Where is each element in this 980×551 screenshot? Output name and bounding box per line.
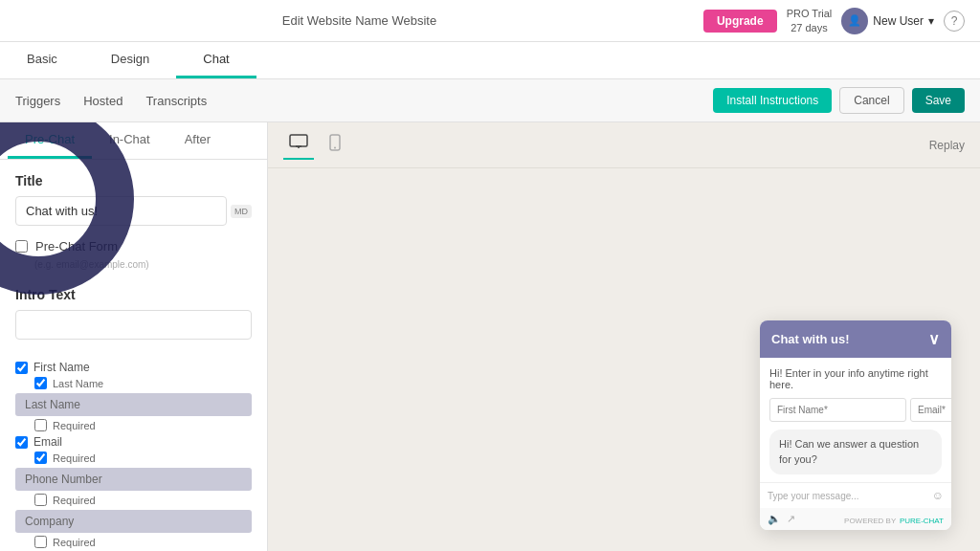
message-input-placeholder[interactable]: Type your message... [768, 491, 932, 501]
svg-rect-0 [290, 135, 307, 146]
last-name-required-checkbox[interactable] [34, 419, 47, 431]
tab-design[interactable]: Design [84, 42, 176, 78]
external-link-icon[interactable]: ↗ [787, 513, 795, 525]
preview-toolbar: Replay [268, 122, 980, 168]
volume-icon[interactable]: 🔈 [768, 513, 781, 525]
email-chat-input[interactable] [910, 398, 951, 422]
sub-tabs: Pre-Chat In-Chat After [0, 122, 267, 160]
chat-bubble: Hi! Can we answer a question for you? [769, 430, 942, 474]
mobile-preview-icon[interactable] [323, 130, 346, 160]
main-layout: Pre-Chat In-Chat After Title MD Pre-Chat… [0, 122, 980, 551]
sub-nav-triggers[interactable]: Triggers [15, 94, 60, 108]
intro-text-input[interactable] [15, 310, 252, 340]
install-instructions-button[interactable]: Install Instructions [713, 88, 832, 113]
title-input-row: MD [15, 196, 252, 226]
chat-footer: 🔈 ↗ POWERED BY PURE-CHAT [760, 508, 951, 530]
user-avatar: 👤 [841, 8, 868, 34]
title-label: Title [15, 173, 252, 188]
desktop-preview-icon[interactable] [283, 130, 314, 160]
chat-widget-title: Chat with us! [771, 332, 850, 346]
tab-basic[interactable]: Basic [0, 42, 84, 78]
chat-intro-text: Hi! Enter in your info anytime right her… [769, 367, 942, 390]
company-required-checkbox[interactable] [34, 536, 47, 548]
tab-pre-chat[interactable]: Pre-Chat [8, 122, 92, 159]
chevron-down-icon: ▾ [928, 14, 934, 28]
md-badge: MD [231, 205, 252, 218]
chat-input-row: ✓ [769, 398, 942, 422]
field-phone: Phone Number Required [15, 468, 252, 506]
first-name-checkbox[interactable] [15, 362, 28, 374]
field-email: Email Required [15, 435, 252, 464]
phone-required-checkbox[interactable] [34, 494, 47, 506]
chat-type-row: Type your message... ☺ [760, 482, 951, 508]
first-name-required-checkbox[interactable] [34, 377, 47, 389]
title-input[interactable] [15, 196, 227, 226]
svg-point-4 [334, 147, 336, 149]
company-pill: Company [15, 510, 252, 533]
sub-nav-right: Install Instructions Cancel Save [713, 87, 965, 114]
email-checkbox[interactable] [15, 436, 28, 449]
email-hint: (e.g. email@example.com) [15, 259, 252, 270]
powered-by: POWERED BY PURE-CHAT [844, 512, 944, 526]
emoji-icon[interactable]: ☺ [932, 489, 944, 502]
sub-nav: Triggers Hosted Transcripts Install Inst… [0, 79, 980, 122]
sub-nav-left: Triggers Hosted Transcripts [15, 94, 207, 108]
save-button[interactable]: Save [912, 88, 965, 113]
tab-after[interactable]: After [167, 122, 228, 159]
preview-icons [283, 130, 346, 160]
page-title: Edit Website Name Website [282, 13, 436, 28]
top-bar: Edit Website Name Website Upgrade PRO Tr… [0, 0, 980, 42]
sub-nav-transcripts[interactable]: Transcripts [145, 94, 207, 108]
left-panel: Pre-Chat In-Chat After Title MD Pre-Chat… [0, 122, 268, 551]
field-company: Company Required [15, 510, 252, 548]
user-menu[interactable]: 👤 New User ▾ [841, 8, 934, 34]
right-panel: Replay Chat with us! ∨ Hi! Enter in your… [268, 122, 980, 551]
first-name-chat-input[interactable] [769, 398, 906, 422]
field-first-name: First Name Last Name Last Name Required [15, 361, 252, 431]
tab-chat[interactable]: Chat [176, 42, 256, 78]
help-icon[interactable]: ? [944, 11, 965, 32]
main-nav: Basic Design Chat [0, 42, 980, 79]
intro-text-label: Intro Text [15, 287, 252, 302]
pre-chat-form-label[interactable]: Pre-Chat Form [35, 239, 118, 253]
phone-pill: Phone Number [15, 468, 252, 491]
cancel-button[interactable]: Cancel [839, 87, 903, 114]
pre-chat-form-section: Pre-Chat Form (e.g. email@example.com) [0, 239, 267, 287]
pre-chat-form-row: Pre-Chat Form [15, 239, 252, 253]
fields-section: First Name Last Name Last Name Required … [0, 361, 267, 551]
chat-footer-icons: 🔈 ↗ [768, 513, 795, 525]
tab-in-chat[interactable]: In-Chat [92, 122, 167, 159]
last-name-pill: Last Name [15, 393, 252, 416]
pure-chat-link[interactable]: PURE-CHAT [900, 517, 944, 525]
email-required-checkbox[interactable] [34, 452, 47, 464]
pre-chat-form-checkbox[interactable] [15, 240, 28, 253]
chat-widget-body: Hi! Enter in your info anytime right her… [760, 358, 951, 474]
pro-trial-badge: PRO Trial 27 days [787, 7, 833, 34]
upgrade-button[interactable]: Upgrade [703, 10, 777, 33]
chat-widget: Chat with us! ∨ Hi! Enter in your info a… [760, 320, 951, 530]
replay-button[interactable]: Replay [929, 139, 965, 152]
sub-nav-hosted[interactable]: Hosted [83, 94, 122, 108]
intro-text-section: Intro Text [0, 287, 267, 361]
chat-widget-header: Chat with us! ∨ [760, 320, 951, 358]
minimize-icon[interactable]: ∨ [928, 330, 940, 348]
top-bar-right: Upgrade PRO Trial 27 days 👤 New User ▾ ? [703, 7, 965, 34]
title-section: Title MD [0, 160, 267, 239]
